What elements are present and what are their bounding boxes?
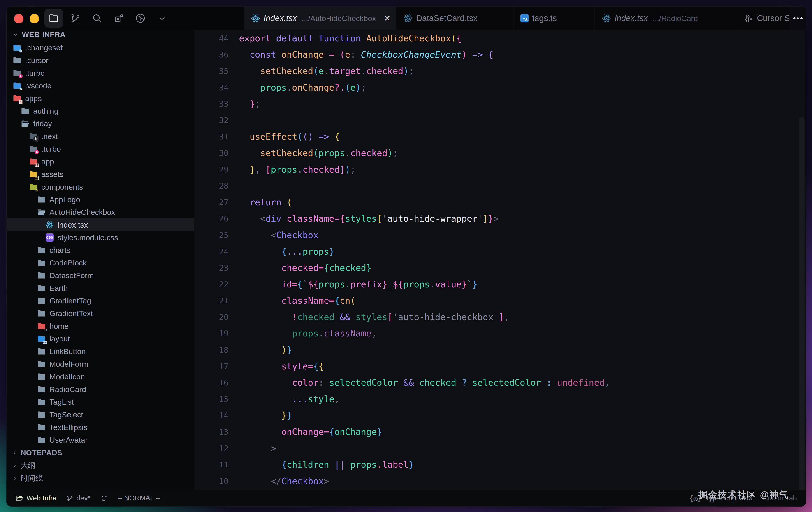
code-line-34[interactable]: 34 props.onChange?.(e);: [194, 79, 806, 96]
status-item-web-infra[interactable]: Web Infra: [16, 494, 57, 502]
sidebar-item-linkbutton[interactable]: LinkButton: [6, 345, 194, 358]
folder-badge-icon: ✕: [19, 86, 23, 91]
explorer-sidebar: WEB-INFRA ❖.changeset.cursor.turbo✕.vsco…: [6, 30, 194, 490]
code-line-22[interactable]: 22 id={`${props.prefix}_${props.value}`}: [194, 276, 806, 293]
status-item--normal-[interactable]: -- NORMAL --: [118, 494, 161, 502]
workspace-root-header[interactable]: WEB-INFRA: [6, 30, 194, 39]
code-line-17[interactable]: 17 style={{: [194, 358, 806, 375]
code-line-36[interactable]: 36 const onChange = (e: CheckboxChangeEv…: [194, 47, 806, 63]
tab-title: tags.ts: [532, 14, 557, 23]
close-window-button[interactable]: [14, 14, 24, 24]
code-line-35[interactable]: 35 setChecked(e.target.checked);: [194, 63, 806, 79]
code-line-30[interactable]: 30 setChecked(props.checked);: [194, 145, 806, 161]
code-line-19[interactable]: 19 props.className,: [194, 325, 806, 342]
code-line-26[interactable]: 26 <div className={styles['auto-hide-wra…: [194, 211, 806, 227]
sidebar-item-styles-module-css[interactable]: CSSstyles.module.css: [6, 231, 194, 244]
folder-icon: [37, 271, 46, 280]
minimize-window-button[interactable]: [30, 14, 39, 24]
code-line-32[interactable]: 32: [194, 112, 806, 129]
extensions-icon[interactable]: [110, 9, 128, 28]
sidebar-item-friday[interactable]: friday: [6, 117, 194, 130]
sidebar-item--vscode[interactable]: ✕.vscode: [6, 79, 194, 92]
sidebar-item-components[interactable]: ❖components: [6, 181, 194, 193]
line-number: 44: [194, 34, 229, 43]
sidebar-item-taglist[interactable]: TagList: [6, 396, 194, 408]
sidebar-item-gradienttag[interactable]: GradientTag: [6, 294, 194, 307]
sidebar-section-notepads[interactable]: NOTEPADS: [6, 446, 194, 459]
sidebar-item-apps[interactable]: ▦apps: [6, 92, 194, 105]
code-line-14[interactable]: 14 }}: [194, 407, 806, 424]
sidebar-item-textellipsis[interactable]: TextEllipsis: [6, 421, 194, 434]
code-line-21[interactable]: 21 className={cn(: [194, 293, 806, 309]
editor-scrollbar[interactable]: [799, 117, 805, 492]
code-line-11[interactable]: 11 {children || props.label}: [194, 456, 806, 473]
sidebar-item-index-tsx[interactable]: index.tsx: [6, 218, 194, 231]
code-line-29[interactable]: 29 }, [props.checked]);: [194, 161, 806, 178]
sidebar-item-authing[interactable]: authing: [6, 105, 194, 117]
sidebar-item-assets[interactable]: ▤assets: [6, 168, 194, 181]
item-label: AutoHideCheckbox: [50, 208, 115, 217]
code-line-18[interactable]: 18 )}: [194, 342, 806, 358]
sidebar-item--turbo[interactable]: .turbo: [6, 66, 194, 79]
code-editor[interactable]: 44export default function AutoHideCheckb…: [194, 30, 806, 506]
code-line-16[interactable]: 16 color: selectedColor && checked ? sel…: [194, 374, 806, 391]
sidebar-section-时间线[interactable]: 时间线: [6, 472, 194, 485]
tab-index-tsx[interactable]: index.tsx.../AutoHideCheckbox✕: [244, 6, 396, 30]
tab-cursor-se[interactable]: Cursor Se: [737, 6, 791, 30]
code-line-28[interactable]: 28: [194, 178, 806, 194]
line-text: style={{: [239, 361, 324, 372]
tab-title: DataSetCard.tsx: [416, 14, 477, 23]
code-line-20[interactable]: 20 !checked && styles['auto-hide-checkbo…: [194, 309, 806, 325]
sidebar-item-useravatar[interactable]: UserAvatar: [6, 434, 194, 446]
sidebar-item-charts[interactable]: charts: [6, 244, 194, 257]
sidebar-item-modelicon[interactable]: ModelIcon: [6, 370, 194, 383]
sidebar-item-modelform[interactable]: ModelForm: [6, 358, 194, 370]
code-line-44[interactable]: 44export default function AutoHideCheckb…: [194, 30, 806, 47]
sidebar-section-大纲[interactable]: 大纲: [6, 459, 194, 472]
sidebar-item-datasetform[interactable]: DatasetForm: [6, 269, 194, 282]
code-line-25[interactable]: 25 <Checkbox: [194, 227, 806, 243]
tab-index-tsx[interactable]: index.tsx.../RadioCard: [595, 6, 737, 30]
code-line-10[interactable]: 10 </Checkbox>: [194, 473, 806, 489]
sidebar-item-applogo[interactable]: AppLogo: [6, 193, 194, 206]
line-number: 36: [194, 50, 229, 59]
sidebar-item-earth[interactable]: Earth: [6, 282, 194, 294]
code-line-15[interactable]: 15 ...style,: [194, 391, 806, 407]
source-control-icon[interactable]: [66, 9, 85, 28]
sidebar-item-gradienttext[interactable]: GradientText: [6, 307, 194, 320]
code-line-12[interactable]: 12 >: [194, 440, 806, 457]
sidebar-item--cursor[interactable]: .cursor: [6, 54, 194, 66]
code-line-13[interactable]: 13 onChange={onChange}: [194, 424, 806, 440]
line-text: setChecked(props.checked);: [239, 148, 398, 158]
code-line-24[interactable]: 24 {...props}: [194, 243, 806, 260]
remote-icon[interactable]: [131, 9, 150, 28]
line-number: 31: [194, 132, 229, 141]
sidebar-item-radiocard[interactable]: RadioCard: [6, 383, 194, 396]
sidebar-item-app[interactable]: ▦app: [6, 155, 194, 168]
sidebar-item-codeblock[interactable]: CodeBlock: [6, 257, 194, 269]
status-item-dev-[interactable]: dev*: [66, 494, 90, 502]
folder-icon: [37, 372, 46, 381]
sidebar-item--turbo[interactable]: .turbo: [6, 142, 194, 155]
tab-tags-ts[interactable]: TStags.ts: [514, 6, 595, 30]
css-icon: CSS: [46, 233, 54, 242]
sidebar-item-tagselect[interactable]: TagSelect: [6, 408, 194, 421]
code-line-31[interactable]: 31 useEffect(() => {: [194, 129, 806, 145]
status-item-sync[interactable]: [100, 494, 108, 502]
code-line-33[interactable]: 33 };: [194, 96, 806, 112]
react-icon: [602, 14, 611, 23]
sidebar-item-layout[interactable]: ▦layout: [6, 332, 194, 345]
code-line-23[interactable]: 23 checked={checked}: [194, 260, 806, 276]
tab-overflow-button[interactable]: •••: [791, 6, 806, 30]
more-chevron-icon[interactable]: [153, 9, 171, 28]
tab-datasetcard-tsx[interactable]: DataSetCard.tsx: [396, 6, 514, 30]
explorer-folder-icon[interactable]: [45, 9, 63, 28]
close-tab-icon[interactable]: ✕: [380, 14, 390, 23]
folder-icon: [21, 107, 30, 115]
code-line-27[interactable]: 27 return (: [194, 194, 806, 211]
sidebar-item--changeset[interactable]: ❖.changeset: [6, 42, 194, 54]
sidebar-item-home[interactable]: ⌂home: [6, 320, 194, 332]
sidebar-item--next[interactable]: N.next: [6, 130, 194, 142]
sidebar-item-autohidecheckbox[interactable]: AutoHideCheckbox: [6, 206, 194, 218]
search-icon[interactable]: [88, 9, 106, 28]
